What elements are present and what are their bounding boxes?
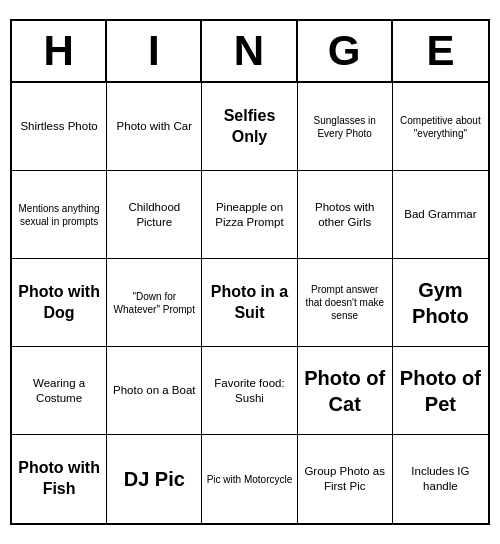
header-letter-g: G [298,21,393,81]
cell-text-24: Includes IG handle [397,464,484,494]
cell-text-5: Mentions anything sexual in prompts [16,202,102,228]
bingo-cell-14[interactable]: Gym Photo [393,259,488,347]
bingo-cell-4[interactable]: Competitive about "everything" [393,83,488,171]
bingo-cell-5[interactable]: Mentions anything sexual in prompts [12,171,107,259]
bingo-cell-9[interactable]: Bad Grammar [393,171,488,259]
bingo-cell-18[interactable]: Photo of Cat [298,347,393,435]
bingo-cell-12[interactable]: Photo in a Suit [202,259,297,347]
cell-text-20: Photo with Fish [16,458,102,500]
cell-text-13: Prompt answer that doesn't make sense [302,283,388,322]
cell-text-2: Selfies Only [206,106,292,148]
header-letter-e: E [393,21,488,81]
bingo-cell-11[interactable]: "Down for Whatever" Prompt [107,259,202,347]
header-letter-n: N [202,21,297,81]
bingo-cell-22[interactable]: Pic with Motorcycle [202,435,297,523]
cell-text-16: Photo on a Boat [113,383,195,398]
cell-text-12: Photo in a Suit [206,282,292,324]
bingo-cell-24[interactable]: Includes IG handle [393,435,488,523]
cell-text-18: Photo of Cat [302,365,388,417]
cell-text-6: Childhood Picture [111,200,197,230]
bingo-cell-3[interactable]: Sunglasses in Every Photo [298,83,393,171]
cell-text-3: Sunglasses in Every Photo [302,114,388,140]
bingo-cell-20[interactable]: Photo with Fish [12,435,107,523]
cell-text-9: Bad Grammar [404,207,476,222]
cell-text-23: Group Photo as First Pic [302,464,388,494]
bingo-cell-8[interactable]: Photos with other Girls [298,171,393,259]
bingo-cell-23[interactable]: Group Photo as First Pic [298,435,393,523]
bingo-cell-1[interactable]: Photo with Car [107,83,202,171]
bingo-cell-17[interactable]: Favorite food: Sushi [202,347,297,435]
cell-text-4: Competitive about "everything" [397,114,484,140]
bingo-header: HINGE [12,21,488,83]
bingo-card: HINGE Shirtless PhotoPhoto with CarSelfi… [10,19,490,525]
cell-text-8: Photos with other Girls [302,200,388,230]
cell-text-0: Shirtless Photo [20,119,97,134]
cell-text-21: DJ Pic [124,466,185,492]
header-letter-i: I [107,21,202,81]
cell-text-14: Gym Photo [397,277,484,329]
cell-text-22: Pic with Motorcycle [207,473,293,486]
cell-text-17: Favorite food: Sushi [206,376,292,406]
bingo-cell-2[interactable]: Selfies Only [202,83,297,171]
cell-text-19: Photo of Pet [397,365,484,417]
bingo-cell-19[interactable]: Photo of Pet [393,347,488,435]
bingo-cell-10[interactable]: Photo with Dog [12,259,107,347]
cell-text-11: "Down for Whatever" Prompt [111,290,197,316]
bingo-grid: Shirtless PhotoPhoto with CarSelfies Onl… [12,83,488,523]
header-letter-h: H [12,21,107,81]
bingo-cell-7[interactable]: Pineapple on Pizza Prompt [202,171,297,259]
bingo-cell-15[interactable]: Wearing a Costume [12,347,107,435]
bingo-cell-21[interactable]: DJ Pic [107,435,202,523]
cell-text-7: Pineapple on Pizza Prompt [206,200,292,230]
bingo-cell-13[interactable]: Prompt answer that doesn't make sense [298,259,393,347]
bingo-cell-6[interactable]: Childhood Picture [107,171,202,259]
bingo-cell-0[interactable]: Shirtless Photo [12,83,107,171]
cell-text-15: Wearing a Costume [16,376,102,406]
cell-text-10: Photo with Dog [16,282,102,324]
cell-text-1: Photo with Car [117,119,192,134]
bingo-cell-16[interactable]: Photo on a Boat [107,347,202,435]
